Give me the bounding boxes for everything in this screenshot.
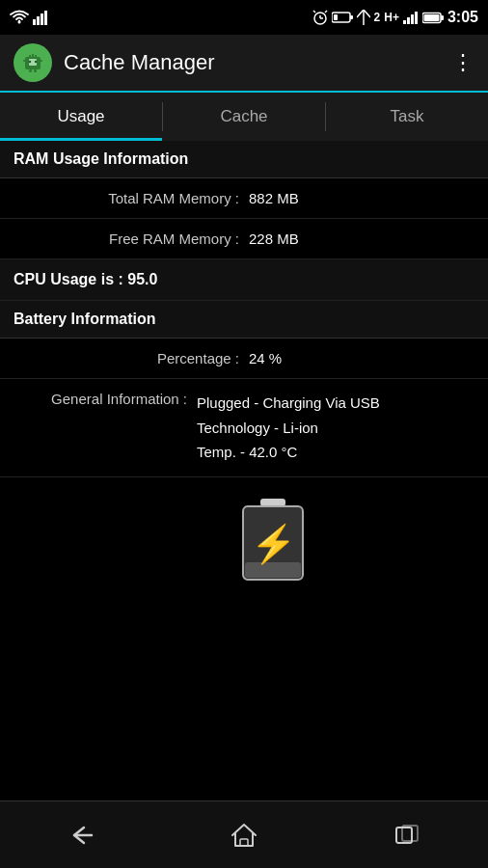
back-icon <box>67 824 95 847</box>
status-bar: 2 H+ 3:05 <box>0 0 488 35</box>
battery-charging-icon: ⚡ <box>239 497 307 583</box>
battery-info-line-3: Temp. - 42.0 °C <box>197 440 380 465</box>
svg-rect-17 <box>407 17 410 24</box>
svg-rect-28 <box>34 69 37 72</box>
svg-rect-11 <box>350 15 353 19</box>
tab-usage[interactable]: Usage <box>0 93 162 141</box>
battery-percentage-value: 24 % <box>249 350 474 366</box>
battery-info-line-1: Plugged - Charging Via USB <box>197 391 380 416</box>
free-ram-label: Free RAM Memory : <box>14 231 249 247</box>
alarm-icon <box>312 10 328 25</box>
content-area: RAM Usage Information Total RAM Memory :… <box>0 141 488 597</box>
svg-line-9 <box>325 11 327 13</box>
app-icon <box>14 43 52 82</box>
svg-line-13 <box>357 10 364 17</box>
svg-rect-22 <box>423 14 439 21</box>
app-title: Cache Manager <box>64 50 452 75</box>
svg-rect-26 <box>40 60 42 62</box>
signal-bars-icon <box>33 10 48 25</box>
recents-button[interactable] <box>378 816 436 854</box>
svg-line-14 <box>364 10 370 17</box>
battery-section-header: Battery Information <box>0 301 488 339</box>
network-type: 2 <box>374 11 381 24</box>
svg-line-8 <box>313 11 315 13</box>
svg-point-0 <box>18 21 21 24</box>
svg-rect-38 <box>240 839 248 846</box>
battery-full-icon <box>422 12 444 24</box>
recents-icon <box>394 824 420 847</box>
svg-point-33 <box>35 61 37 63</box>
cpu-usage-text: CPU Usage is : 95.0 <box>14 271 157 287</box>
svg-rect-1 <box>33 19 36 25</box>
battery-general-label: General Information : <box>14 391 197 465</box>
back-button[interactable] <box>52 816 110 854</box>
svg-rect-4 <box>44 11 47 25</box>
ram-section-header: RAM Usage Information <box>0 141 488 178</box>
toolbar: Cache Manager ⋮ <box>0 35 488 93</box>
home-icon <box>230 823 258 848</box>
free-ram-row: Free RAM Memory : 228 MB <box>0 219 488 259</box>
tab-task[interactable]: Task <box>326 93 488 141</box>
battery-percentage-row: Percentage : 24 % <box>0 339 488 379</box>
svg-rect-34 <box>260 499 285 506</box>
wifi-icon <box>10 10 29 25</box>
network-hplus: H+ <box>384 11 399 24</box>
svg-rect-21 <box>441 15 444 20</box>
svg-rect-36 <box>245 562 301 578</box>
tab-cache[interactable]: Cache <box>163 93 325 141</box>
total-ram-row: Total RAM Memory : 882 MB <box>0 178 488 219</box>
menu-button[interactable]: ⋮ <box>452 50 474 75</box>
svg-rect-19 <box>415 12 418 24</box>
svg-rect-3 <box>41 14 43 25</box>
svg-text:⚡: ⚡ <box>251 522 297 566</box>
status-bar-left <box>10 10 48 25</box>
home-button[interactable] <box>215 816 273 854</box>
battery-graphic-area: ⚡ <box>0 477 488 597</box>
svg-rect-12 <box>334 14 338 20</box>
total-ram-value: 882 MB <box>249 190 474 206</box>
battery-general-row: General Information : Plugged - Charging… <box>0 379 488 477</box>
battery-warn-icon <box>332 11 353 24</box>
status-bar-right: 2 H+ 3:05 <box>312 9 478 26</box>
total-ram-label: Total RAM Memory : <box>14 190 249 206</box>
svg-point-32 <box>29 61 31 63</box>
status-time: 3:05 <box>447 9 478 26</box>
svg-rect-16 <box>403 20 406 24</box>
svg-rect-2 <box>37 16 40 25</box>
cpu-usage-row: CPU Usage is : 95.0 <box>0 259 488 301</box>
battery-percentage-label: Percentage : <box>14 350 249 366</box>
antenna-icon <box>357 10 370 25</box>
signal-bars-2-icon <box>403 11 419 24</box>
battery-graphic-container: ⚡ <box>239 497 307 587</box>
svg-rect-25 <box>23 60 26 62</box>
tabs-bar: Usage Cache Task <box>0 93 488 141</box>
svg-rect-27 <box>29 69 32 72</box>
battery-general-value: Plugged - Charging Via USB Technology - … <box>197 391 380 465</box>
free-ram-value: 228 MB <box>249 231 474 247</box>
bottom-nav <box>0 800 488 868</box>
app-logo-icon <box>19 49 46 76</box>
svg-rect-18 <box>411 14 414 24</box>
battery-info-line-2: Technology - Li-ion <box>197 416 380 441</box>
